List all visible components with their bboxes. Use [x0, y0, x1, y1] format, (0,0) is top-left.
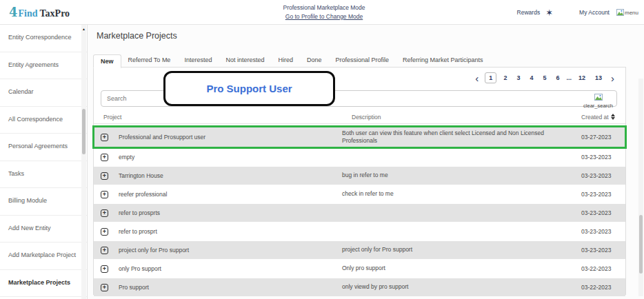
header-right-nav: Rewards ✶ My Account menu [517, 0, 638, 25]
tab-new[interactable]: New [93, 54, 121, 68]
mode-label: Professional Marketplace Mode [228, 3, 421, 12]
sidebar-scroll-thumb[interactable] [82, 109, 85, 154]
column-header-description: Description [352, 114, 569, 121]
expand-plus-icon[interactable]: + [101, 191, 108, 198]
sidebar-list: Entity CorrespondenceEntity AgreementsCa… [0, 25, 87, 297]
sidebar-item-all-correspondence[interactable]: All Correspondence [0, 107, 87, 134]
cell-project: Pro support [119, 284, 342, 291]
marketplace-mode-block: Professional Marketplace Mode Go to Prof… [228, 3, 421, 21]
tab-professional-profile[interactable]: Professional Profile [328, 54, 396, 68]
sidebar-item-entity-agreements[interactable]: Entity Agreements [0, 52, 87, 80]
expand-plus-icon[interactable]: + [101, 247, 108, 254]
cell-project: empty [119, 154, 342, 161]
cell-created-at: 03-27-2023 [569, 134, 625, 141]
pagination-page-13[interactable]: 13 [592, 73, 605, 83]
expand-plus-icon[interactable]: + [101, 209, 108, 217]
pagination-page-2[interactable]: 2 [501, 73, 510, 83]
cell-description: Only pro support [342, 265, 569, 272]
menu-icon-label: menu [625, 10, 638, 16]
pagination-page-4[interactable]: 4 [527, 73, 536, 83]
cell-project: project only for Pro support [119, 247, 342, 254]
cell-description: bug in refer to me [342, 172, 569, 179]
cell-project: refer to prosprt [119, 228, 342, 235]
tab-bar: NewReferred To MeInterestedNot intereste… [93, 54, 490, 68]
cell-description: check in refer to me [342, 190, 569, 198]
expand-plus-icon[interactable]: + [101, 154, 108, 161]
sidebar-item-billing-module[interactable]: Billing Module [0, 188, 87, 216]
pagination-page-5[interactable]: 5 [540, 73, 549, 83]
sidebar-item-entity-correspondence[interactable]: Entity Correspondence [0, 25, 87, 52]
expand-plus-icon[interactable]: + [101, 134, 108, 141]
page-title: Marketplace Projects [97, 31, 177, 41]
my-account-link[interactable]: My Account [579, 9, 610, 16]
table-row[interactable]: +project only for Pro supportproject onl… [94, 241, 625, 259]
star-icon: ✶ [545, 8, 553, 18]
main-content: Marketplace Projects NewReferred To MeIn… [88, 25, 644, 299]
expand-plus-icon[interactable]: + [101, 172, 108, 180]
annotation-callout: Pro Support User [163, 71, 335, 106]
tab-interested[interactable]: Interested [177, 54, 219, 68]
clear-search-button[interactable]: clear_search [583, 91, 613, 109]
expand-plus-icon[interactable]: + [101, 265, 108, 273]
menu-button[interactable]: menu [616, 9, 638, 16]
tab-referred-to-me[interactable]: Referred To Me [121, 54, 178, 68]
main-scrollbar[interactable] [638, 79, 643, 296]
cell-project: Professional and Prosupport user [119, 134, 342, 141]
table-row[interactable]: +refer to prosprt03-23-2023 [94, 223, 625, 240]
sidebar: Entity CorrespondenceEntity AgreementsCa… [0, 25, 88, 299]
sidebar-item-calendar[interactable]: Calendar [0, 79, 87, 107]
tab-not-interested[interactable]: Not interested [219, 54, 271, 68]
cell-created-at: 03-23-2023 [569, 228, 625, 235]
cell-created-at: 03-22-2023 [569, 284, 625, 291]
logo-text-find: Find [19, 8, 38, 19]
tab-done[interactable]: Done [300, 54, 329, 68]
cell-created-at: 03-23-2023 [569, 154, 625, 161]
cell-project: only Pro support [119, 265, 342, 272]
expand-plus-icon[interactable]: + [101, 228, 108, 236]
cell-project: Tarrington House [119, 172, 342, 179]
table-body: +Professional and Prosupport userBoth us… [94, 127, 625, 297]
table-row[interactable]: +Professional and Prosupport userBoth us… [94, 127, 625, 147]
cell-created-at: 03-23-2023 [569, 172, 625, 179]
cell-created-at: 03-22-2023 [569, 265, 625, 272]
expand-plus-icon[interactable]: + [101, 284, 108, 291]
rewards-link[interactable]: Rewards [517, 9, 541, 16]
app-logo[interactable]: 4 Find TaxPro [9, 5, 70, 19]
cell-project: refer to prosprts [119, 209, 342, 216]
table-row[interactable]: +only Pro supportOnly pro support03-22-2… [94, 260, 625, 278]
cell-description: Both user can view this feature when cli… [342, 130, 569, 145]
sidebar-item-add-new-entity[interactable]: Add New Entity [0, 216, 87, 243]
table-row[interactable]: +refer to prosprts03-23-2023 [94, 204, 625, 222]
tab-hired[interactable]: Hired [271, 54, 300, 68]
logo-icon: 4 [9, 5, 18, 19]
scroll-up-icon[interactable]: ▲ [81, 28, 86, 31]
cell-description: only viewd by pro support [342, 283, 569, 291]
sidebar-scrollbar[interactable]: ▲ [81, 25, 86, 299]
main-scroll-thumb[interactable] [639, 215, 643, 274]
pagination-page-1[interactable]: 1 [485, 72, 496, 83]
pagination: ‹123456...1213› [471, 72, 618, 83]
table-row[interactable]: +Pro supportonly viewd by pro support03-… [94, 278, 625, 296]
broken-image-icon [594, 91, 603, 103]
table-row[interactable]: +reefer professionalcheck in refer to me… [94, 185, 625, 203]
clear-search-label: clear_search [583, 103, 613, 109]
column-header-project: Project [103, 114, 352, 121]
column-header-created-at[interactable]: Created at [569, 114, 625, 121]
cell-created-at: 03-23-2023 [569, 191, 625, 198]
pagination-page-6[interactable]: 6 [553, 73, 562, 83]
sidebar-item-tasks[interactable]: Tasks [0, 161, 87, 189]
pagination-next-icon[interactable]: › [607, 73, 618, 83]
change-mode-link[interactable]: Go to Profile to Change Mode [285, 12, 363, 21]
sidebar-item-personal-agreements[interactable]: Personal Agreements [0, 134, 87, 161]
tab-referring-market-participants[interactable]: Referring Market Participants [396, 54, 490, 68]
sidebar-item-add-marketplace-project[interactable]: Add Marketplace Project [0, 243, 87, 270]
sort-icon[interactable] [611, 114, 615, 120]
logo-text-taxpro: TaxPro [40, 8, 70, 19]
pagination-page-3[interactable]: 3 [514, 73, 523, 83]
sidebar-item-marketplace-projects[interactable]: Marketplace Projects [0, 270, 87, 298]
cell-created-at: 03-23-2023 [569, 247, 625, 254]
table-row[interactable]: +empty03-23-2023 [94, 148, 625, 166]
pagination-page-12[interactable]: 12 [576, 73, 588, 83]
table-row[interactable]: +Tarrington Housebug in refer to me03-23… [94, 167, 625, 185]
pagination-prev-icon[interactable]: ‹ [471, 73, 483, 83]
